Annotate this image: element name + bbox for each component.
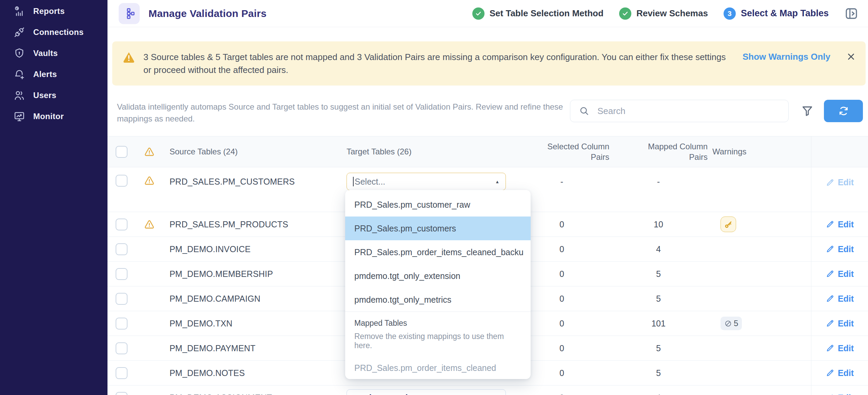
edit-pair-button[interactable]: Edit xyxy=(826,220,854,229)
row-checkbox[interactable] xyxy=(116,293,127,305)
dropdown-option-prd-sales-pm-customers[interactable]: PRD_Sales.pm_customers xyxy=(345,217,531,240)
column-header-target[interactable]: Target Tables (26) xyxy=(347,147,514,156)
step-label: Select & Map Tables xyxy=(741,8,829,19)
mapped-column-pairs-value: 5 xyxy=(609,368,708,378)
excluded-columns-badge[interactable]: 5 xyxy=(721,317,742,330)
target-table-select-open[interactable]: Select... ▲ xyxy=(347,173,506,190)
sidebar-item-alerts[interactable]: Alerts xyxy=(0,64,107,85)
target-table-select[interactable]: pmdemo.assignment ▾ xyxy=(347,389,506,395)
actions-cell: Edit xyxy=(811,212,868,237)
row-checkbox[interactable] xyxy=(116,367,127,379)
target-table-cell: Select... ▲ xyxy=(347,173,514,190)
mapped-column-pairs-value: - xyxy=(609,177,708,187)
row-checkbox[interactable] xyxy=(116,243,127,255)
selected-column-pairs-value: - xyxy=(514,177,609,187)
edit-pair-button[interactable]: Edit xyxy=(826,368,854,378)
row-checkbox[interactable] xyxy=(116,219,127,230)
actions-cell: Edit xyxy=(811,361,868,385)
sidebar-item-label: Users xyxy=(33,91,56,100)
edit-pair-button[interactable]: Edit xyxy=(826,319,854,328)
row-warning-icon xyxy=(144,175,162,186)
close-banner-icon[interactable] xyxy=(846,52,856,62)
edit-pair-button[interactable]: Edit xyxy=(826,177,854,187)
warning-triangle-icon xyxy=(122,51,136,63)
key-icon xyxy=(724,220,733,229)
edit-pair-button[interactable]: Edit xyxy=(826,294,854,304)
search-group xyxy=(570,100,863,122)
sidebar-item-reports[interactable]: Reports xyxy=(0,1,107,22)
mapped-table-name: PRD_Sales.pm_order_items_cleaned xyxy=(354,363,521,373)
row-checkbox[interactable] xyxy=(116,342,127,354)
pencil-icon xyxy=(826,178,834,187)
edit-button-label: Edit xyxy=(838,220,854,229)
edit-pair-button[interactable]: Edit xyxy=(826,244,854,254)
automap-description: Validata intelligently automaps Source a… xyxy=(117,101,570,125)
collapse-panel-icon[interactable] xyxy=(844,6,859,21)
dropdown-option-prd-sales-pm-order-items-cleaned-backu[interactable]: PRD_Sales.pm_order_items_cleaned_backu xyxy=(345,240,531,264)
vaults-icon xyxy=(14,48,25,59)
users-icon xyxy=(14,90,25,101)
pencil-icon xyxy=(826,245,834,253)
row-checkbox[interactable] xyxy=(116,392,127,395)
sidebar-item-connections[interactable]: Connections xyxy=(0,22,107,43)
step-select-map-tables[interactable]: 3 Select & Map Tables xyxy=(724,7,829,20)
sidebar-item-users[interactable]: Users xyxy=(0,85,107,106)
actions-cell: Edit xyxy=(811,167,868,212)
column-header-warnings[interactable]: Warnings xyxy=(708,147,811,156)
mapped-column-pairs-value: 5 xyxy=(609,269,708,279)
warning-banner-message: 3 Source tables & 5 Target tables are no… xyxy=(143,51,727,76)
row-checkbox[interactable] xyxy=(116,268,127,280)
mapped-column-pairs-value: 5 xyxy=(609,343,708,353)
dropdown-option-pmdemo-tgt-only-extension[interactable]: pmdemo.tgt_only_extension xyxy=(345,264,531,288)
step-set-table-selection-method[interactable]: Set Table Selection Method xyxy=(472,7,604,20)
search-box[interactable] xyxy=(570,100,789,122)
mapped-table-item: PRD_Sales.pm_order_items_cleaned Mapped … xyxy=(354,363,521,379)
row-checkbox[interactable] xyxy=(116,175,127,187)
step-label: Review Schemas xyxy=(636,8,708,19)
column-header-source[interactable]: Source Tables (24) xyxy=(162,147,347,156)
target-table-cell: pmdemo.assignment ▾ xyxy=(347,389,514,395)
pencil-icon xyxy=(826,294,834,303)
select-all-checkbox[interactable] xyxy=(116,146,127,158)
edit-pair-button[interactable]: Edit xyxy=(826,269,854,279)
refresh-mappings-button[interactable] xyxy=(824,100,863,122)
column-header-selected-pairs[interactable]: Selected Column Pairs xyxy=(514,141,609,162)
source-table-name: PM_DEMO.TXN xyxy=(162,319,347,328)
pencil-icon xyxy=(826,319,834,328)
filter-icon[interactable] xyxy=(801,105,814,117)
sidebar-item-monitor[interactable]: Monitor xyxy=(0,106,107,127)
step-review-schemas[interactable]: Review Schemas xyxy=(619,7,708,20)
edit-button-label: Edit xyxy=(838,368,854,378)
step-check-icon xyxy=(619,7,631,20)
alerts-icon xyxy=(14,69,25,80)
edit-button-label: Edit xyxy=(838,319,854,328)
search-input[interactable] xyxy=(597,106,782,116)
mapped-tables-subtitle: Remove the existing mappings to use them… xyxy=(354,332,521,350)
actions-cell: Edit xyxy=(811,311,868,336)
edit-button-label: Edit xyxy=(838,269,854,279)
dropdown-option-prd-sales-pm-customer-raw[interactable]: PRD_Sales.pm_customer_raw xyxy=(345,193,531,217)
actions-cell: Edit xyxy=(811,237,868,261)
selected-column-pairs-value: 0 xyxy=(514,393,609,395)
mapped-column-pairs-value: 5 xyxy=(609,294,708,304)
sidebar-item-label: Reports xyxy=(33,6,65,16)
show-warnings-only-link[interactable]: Show Warnings Only xyxy=(729,52,846,62)
column-header-mapped-pairs[interactable]: Mapped Column Pairs xyxy=(609,141,708,162)
page-title: Manage Validation Pairs xyxy=(149,8,267,19)
source-table-name: PM_DEMO.PAYMENT xyxy=(162,343,347,353)
validation-pairs-icon xyxy=(119,3,140,24)
warnings-cell xyxy=(708,217,811,232)
pencil-icon xyxy=(826,269,834,278)
connections-icon xyxy=(14,26,25,38)
missing-key-badge[interactable] xyxy=(721,217,736,232)
edit-button-label: Edit xyxy=(838,393,854,395)
row-checkbox[interactable] xyxy=(116,318,127,330)
actions-cell: Edit xyxy=(811,336,868,360)
monitor-icon xyxy=(14,111,25,122)
edit-pair-button[interactable]: Edit xyxy=(826,343,854,353)
mapped-column-pairs-value: 4 xyxy=(609,393,708,395)
pencil-icon xyxy=(826,344,834,353)
edit-pair-button[interactable]: Edit xyxy=(826,393,854,395)
sidebar-item-vaults[interactable]: Vaults xyxy=(0,43,107,64)
dropdown-option-pmdemo-tgt-only-metrics[interactable]: pmdemo.tgt_only_metrics xyxy=(345,288,531,312)
